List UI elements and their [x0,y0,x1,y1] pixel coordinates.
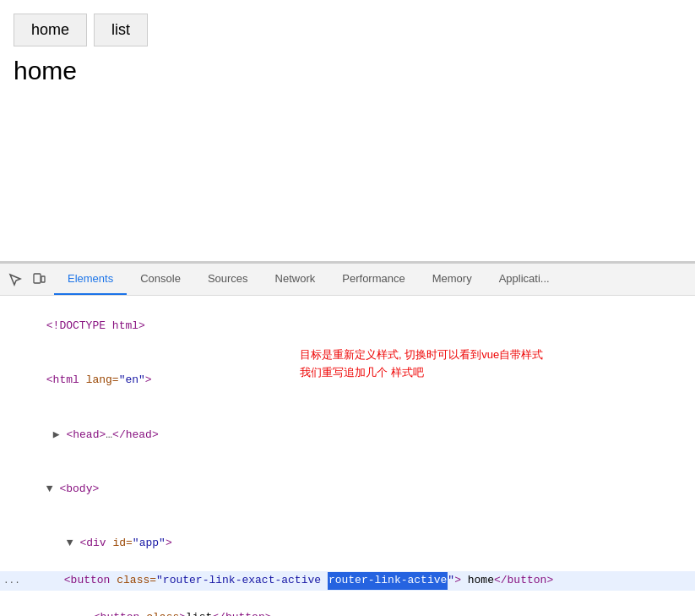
html-line-body-open[interactable]: ▼ <body> [0,462,695,516]
html-line-html[interactable]: <html lang="en"> [0,353,695,407]
devtools-tabs: Elements Console Sources Network Perform… [54,264,563,295]
device-toggle-icon[interactable] [27,268,51,292]
page-heading: home [14,57,681,85]
html-line-doctype[interactable]: <!DOCTYPE html> [0,299,695,353]
devtools-toolbar: Elements Console Sources Network Perform… [0,264,695,296]
svg-rect-0 [34,274,41,283]
html-line-head[interactable]: ▶ <head>…</head> [0,408,695,462]
html-line-div-app[interactable]: ▼ <div id="app"> [0,517,695,571]
tab-elements[interactable]: Elements [54,264,127,295]
tab-memory[interactable]: Memory [419,264,486,295]
devtools-content: 目标是重新定义样式, 切换时可以看到vue自带样式 我们重写追加几个 样式吧 <… [0,296,695,616]
svg-rect-1 [41,276,45,282]
html-line-button-list[interactable]: <button class>list</button> [0,591,695,616]
home-button[interactable]: home [14,14,87,46]
list-button[interactable]: list [94,14,148,46]
devtools-panel: Elements Console Sources Network Perform… [0,262,695,616]
browser-page: home list home [0,0,695,262]
tab-console[interactable]: Console [127,264,194,295]
tab-network[interactable]: Network [262,264,329,295]
page-buttons: home list [14,14,681,46]
inspector-icon[interactable] [3,268,27,292]
tab-sources[interactable]: Sources [194,264,262,295]
tab-application[interactable]: Applicati... [486,264,563,295]
tab-performance[interactable]: Performance [328,264,418,295]
html-line-button-home[interactable]: ... <button class="router-link-exact-act… [0,571,695,591]
